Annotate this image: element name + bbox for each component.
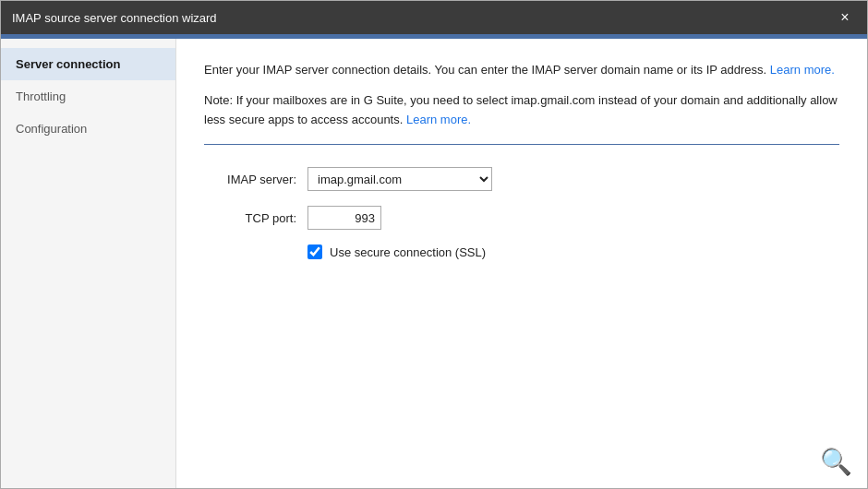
bottom-right-area: 🔍 xyxy=(820,447,852,477)
description-2: Note: If your mailboxes are in G Suite, … xyxy=(204,91,839,130)
imap-server-label: IMAP server: xyxy=(204,173,296,186)
search-icon: 🔍 xyxy=(820,447,852,477)
learn-more-link-1[interactable]: Learn more. xyxy=(770,63,835,77)
section-divider xyxy=(204,144,839,145)
ssl-label: Use secure connection (SSL) xyxy=(330,245,486,259)
sidebar-item-configuration[interactable]: Configuration xyxy=(1,113,175,145)
sidebar: Server connection Throttling Configurati… xyxy=(1,39,176,488)
content-area: Server connection Throttling Configurati… xyxy=(1,39,867,488)
dialog: IMAP source server connection wizard × S… xyxy=(0,0,868,489)
sidebar-item-server-connection[interactable]: Server connection xyxy=(1,48,175,80)
learn-more-link-2[interactable]: Learn more. xyxy=(406,113,471,126)
title-bar: IMAP source server connection wizard × xyxy=(1,1,867,34)
ssl-checkbox[interactable] xyxy=(307,244,322,259)
form-section: IMAP server: imap.gmail.com imap.outlook… xyxy=(204,167,839,259)
tcp-port-input[interactable] xyxy=(307,206,381,230)
description-1: Enter your IMAP server connection detail… xyxy=(204,61,839,80)
ssl-checkbox-row: Use secure connection (SSL) xyxy=(307,244,839,259)
tcp-port-row: TCP port: xyxy=(204,206,839,230)
main-content: Enter your IMAP server connection detail… xyxy=(176,39,867,488)
tcp-port-label: TCP port: xyxy=(204,211,296,225)
sidebar-item-throttling[interactable]: Throttling xyxy=(1,80,175,113)
close-button[interactable]: × xyxy=(834,6,856,29)
imap-server-select[interactable]: imap.gmail.com imap.outlook.com imap.yah… xyxy=(307,167,492,191)
search-button[interactable]: 🔍 xyxy=(820,447,852,477)
dialog-title: IMAP source server connection wizard xyxy=(12,11,217,25)
imap-server-row: IMAP server: imap.gmail.com imap.outlook… xyxy=(204,167,839,191)
